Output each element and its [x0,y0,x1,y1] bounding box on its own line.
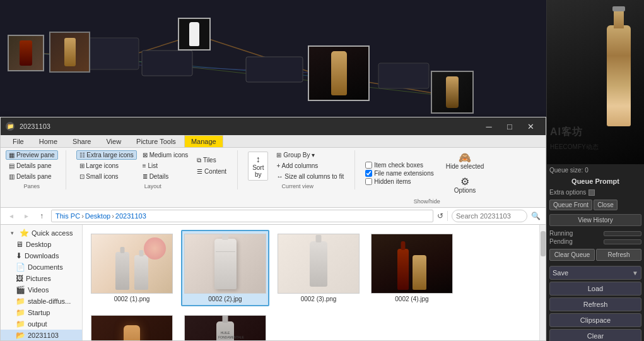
save-arrow-icon: ▼ [632,270,638,277]
queue-panel: Queue size: 0 Queue Prompt Extra options… [547,164,644,341]
ribbon-tab-picture-tools[interactable]: Picture Tools [129,135,183,147]
back-button[interactable]: ◂ [6,210,17,222]
file-thumb-3 [278,234,360,294]
current-view-items: ↕ Sort by ⊞ Group By ▾ + Add columns ↔ S… [248,150,347,181]
sidebar-item-stable-diffus[interactable]: 📁 stable-diffus... [1,296,82,307]
details-btn[interactable]: ≣ Details [139,172,191,181]
extra-options-row: Extra options [549,189,641,196]
medium-icons-btn[interactable]: ⊠ Medium icons [139,150,191,160]
vertical-scrollbar[interactable] [539,225,546,340]
sidebar-item-pictures[interactable]: 🖼 Pictures [1,273,82,284]
view-history-button[interactable]: View History [549,214,641,226]
sidebar-item-output[interactable]: 📁 output [1,318,82,330]
ribbon-tab-home[interactable]: Home [32,135,64,147]
scrollbar-thumb[interactable] [541,231,546,256]
address-input[interactable]: This PC › Desktop › 20231103 [51,210,433,222]
explorer-main: ▾ ⭐ Quick access 🖥 Desktop ⬇ Downloads 📄… [1,225,546,340]
show-hide-items: Item check boxes File name extensions Hi… [365,150,488,196]
ribbon-tab-manage[interactable]: Manage [184,135,223,147]
list-btn[interactable]: ≡ List [139,161,191,170]
sort-by-btn[interactable]: ↕ Sort by [248,152,268,181]
folder-icon-active: 📂 [16,331,25,340]
ribbon-tab-share[interactable]: Share [66,135,98,147]
add-columns-btn[interactable]: + Add columns [273,161,347,170]
file-thumb-4 [371,234,453,294]
tiles-btn[interactable]: ⧉ Tiles [194,155,230,165]
file-item-2[interactable]: 0002 (2).jpg [181,230,269,306]
ribbon-tabs: File Home Share View Picture Tools Manag… [1,135,546,148]
navigation-pane-btn[interactable]: ▤ Details pane [6,161,58,170]
queue-prompt-label: Queue Prompt [549,176,641,186]
clear-button[interactable]: Clear [549,329,641,341]
right-panel-image: AI客坊 HEECOMFY动态 [547,0,644,164]
refresh-button[interactable]: Refresh [549,297,641,311]
pending-bar [604,239,641,244]
sidebar-item-videos[interactable]: 🎬 Videos [1,284,82,296]
hide-selected-icon: 🙈 [459,153,471,163]
forward-button[interactable]: ▸ [21,210,32,222]
item-check-boxes-input[interactable] [365,162,372,169]
hide-selected-btn[interactable]: 🙈 Hide selected [442,150,489,172]
refresh-queue-button[interactable]: Refresh [596,249,641,261]
sidebar-item-desktop[interactable]: 🖥 Desktop [1,239,82,250]
title-bar-controls: ─ □ ✕ [479,120,541,133]
minimize-button[interactable]: ─ [479,120,499,133]
node-thumbnail-white[interactable] [178,18,211,51]
file-item-3[interactable]: 0002 (3).png [274,230,363,306]
watermark-sub: HEECOMFY动态 [550,143,599,152]
action-buttons: Save ▼ Load Refresh Clipspace Clear Load… [549,266,641,341]
maximize-button[interactable]: □ [500,120,520,133]
file-thumb-2 [184,234,266,294]
sidebar-item-20231103[interactable]: 📂 20231103 [1,330,82,340]
close-queue-button[interactable]: Close [594,200,618,210]
extra-large-icons-btn[interactable]: ☷ Extra large icons [76,150,137,160]
panes-label: Panes [6,183,58,189]
small-icons-btn[interactable]: ⊡ Small icons [76,172,137,181]
sidebar-item-documents[interactable]: 📄 Documents [1,261,82,273]
close-button[interactable]: ✕ [520,120,541,133]
sidebar-item-downloads[interactable]: ⬇ Downloads [1,250,82,261]
documents-icon: 📄 [16,263,25,272]
extra-options-toggle[interactable] [588,189,595,196]
file-item-6[interactable]: HUILEFONDAMENTALE 0002 (6).jpg [181,311,269,340]
title-bar: 📁 20231103 ─ □ ✕ [1,117,546,135]
hidden-items-input[interactable] [365,178,372,185]
queue-front-button[interactable]: Queue Front [549,200,592,210]
options-btn[interactable]: ⚙ Options [442,174,489,196]
breadcrumb-thispc[interactable]: This PC [56,212,80,220]
ribbon-tab-view[interactable]: View [99,135,128,147]
save-button[interactable]: Save ▼ [549,266,641,280]
ribbon-tab-file[interactable]: File [6,135,31,147]
file-item-4[interactable]: 0002 (4).jpg [368,230,456,306]
content-btn[interactable]: ☰ Content [194,167,230,176]
breadcrumb-folder[interactable]: 20231103 [115,212,146,220]
file-item-5[interactable]: 0002 (5).png [88,311,176,340]
sidebar: ▾ ⭐ Quick access 🖥 Desktop ⬇ Downloads 📄… [1,225,83,340]
node-thumbnail-1[interactable] [8,35,44,71]
node-thumbnail-4[interactable] [431,71,474,114]
load-button[interactable]: Load [549,282,641,296]
up-button[interactable]: ↑ [36,210,47,222]
node-thumbnail-2[interactable] [49,32,90,73]
file-name-ext-input[interactable] [365,170,372,177]
search-icon[interactable]: 🔍 [531,212,541,220]
clear-queue-button[interactable]: Clear Queue [549,249,595,261]
item-check-boxes-cb[interactable]: Item check boxes [365,162,434,169]
address-refresh-icon[interactable]: ↺ [437,212,443,220]
large-icons-btn[interactable]: ⊞ Large icons [76,161,137,170]
group-by-btn[interactable]: ⊞ Group By ▾ [273,150,347,160]
details-pane-btn[interactable]: ▥ Details pane [6,172,58,181]
file-name-extensions-cb[interactable]: File name extensions [365,170,434,177]
sidebar-item-startup[interactable]: 📁 Startup [1,307,82,318]
node-thumbnail-3[interactable] [308,45,370,101]
clipspace-button[interactable]: Clipspace [549,313,641,327]
right-panel: AI客坊 HEECOMFY动态 Queue size: 0 Queue Prom… [546,0,644,341]
file-item-1[interactable]: 0002 (1).png [88,230,176,306]
search-input[interactable] [452,210,527,222]
preview-pane-btn[interactable]: ▦ Preview pane [6,150,58,160]
breadcrumb-desktop[interactable]: Desktop [85,212,110,220]
sidebar-quick-access[interactable]: ▾ ⭐ Quick access [1,227,82,239]
pending-row: Pending [549,238,641,245]
size-all-columns-btn[interactable]: ↔ Size all columns to fit [273,172,347,181]
hidden-items-cb[interactable]: Hidden items [365,178,434,185]
